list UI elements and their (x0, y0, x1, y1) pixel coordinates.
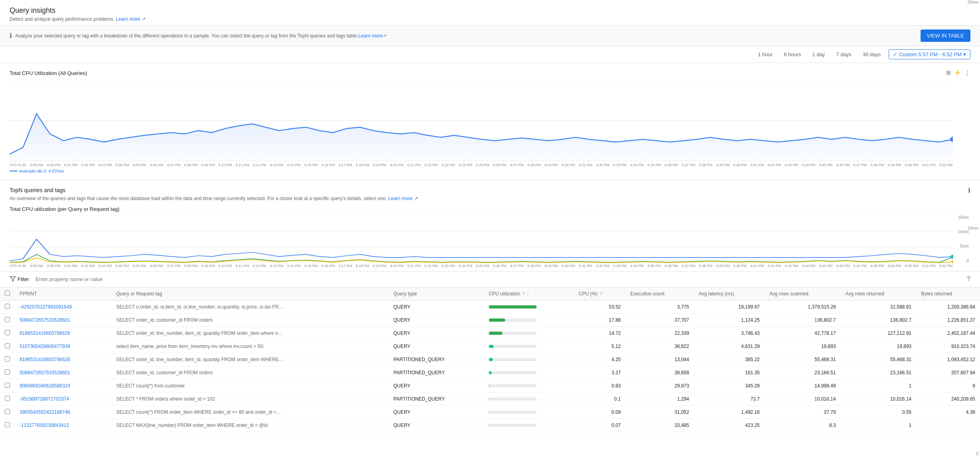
row-cpu-pct-6: 0.83 (574, 379, 626, 392)
fprint-link-8[interactable]: 3905545552422189746 (20, 409, 70, 415)
fprint-link-3[interactable]: 5107300428800477939 (20, 344, 70, 349)
banner-learn-more-link[interactable]: Learn more (358, 33, 383, 39)
row-checkbox-cell (0, 353, 15, 366)
row-fprint: 5098472657533528601 (15, 366, 111, 379)
view-in-table-button[interactable]: VIEW IN TABLE (921, 29, 970, 42)
row-avg-rows-returned-6: 1 (841, 379, 917, 392)
custom-time-selector[interactable]: ✓ Custom 5:57 PM - 6:52 PM ▾ (889, 49, 970, 59)
fprint-link-1[interactable]: 5098472657533528601 (20, 317, 70, 323)
table-row[interactable]: 5107300428800477939 select item_name, pr… (0, 340, 980, 353)
fprint-link-9[interactable]: -113277658235843412 (20, 423, 69, 428)
row-checkbox-6[interactable] (5, 383, 10, 388)
row-checkbox-2[interactable] (5, 330, 10, 335)
query-table: FPRINT Query or Request tag Query type C… (0, 287, 980, 432)
th-cpu-util: CPU utilization ? ↓ (484, 287, 574, 301)
row-query-type-2: QUERY (389, 326, 484, 340)
topn-learn-more-link[interactable]: Learn more (388, 196, 413, 201)
cpu-util-sort-icon[interactable]: ↓ (527, 292, 529, 296)
row-exec-count-2: 22,339 (626, 326, 694, 340)
table-row[interactable]: 8198531416603786626 SELECT order_id, lin… (0, 353, 980, 366)
cpu-bar-fill-4 (489, 358, 493, 361)
row-checkbox-0[interactable] (5, 304, 10, 309)
cpu-bar-fill-5 (489, 371, 492, 374)
table-row[interactable]: 8198531416603786626 SELECT order_id, lin… (0, 326, 980, 340)
table-row[interactable]: -4292570127992091549 SELECT o.order_id, … (0, 300, 980, 313)
filter-input[interactable] (32, 275, 964, 284)
row-checkbox-7[interactable] (5, 396, 10, 401)
table-row[interactable]: -951908728871702374 SELECT * FROM orders… (0, 392, 980, 405)
filter-label-text: Filter (18, 276, 29, 282)
row-exec-count-1: 37,707 (626, 313, 694, 326)
expand-icon[interactable]: ⊞ (946, 69, 951, 77)
time-controls: 1 hour 6 hours 1 day 7 days 30 days ✓ Cu… (0, 46, 980, 63)
row-cpu-pct-8: 0.09 (574, 405, 626, 419)
fprint-link-5[interactable]: 5098472657533528601 (20, 370, 70, 375)
total-cpu-chart-section: Total CPU Utilization (All Queries) ⊞ ⚡ … (0, 63, 980, 180)
row-checkbox-5[interactable] (5, 370, 10, 375)
time-btn-1hour[interactable]: 1 hour (755, 50, 776, 59)
cpu-bar-container-8 (489, 411, 537, 414)
row-avg-latency-0: 19,199.67 (694, 300, 765, 313)
row-checkbox-9[interactable] (5, 422, 10, 427)
row-avg-rows-scanned-6: 14,998.49 (765, 379, 841, 392)
row-query: SELECT * FROM orders where order_id > 10… (111, 392, 389, 405)
row-checkbox-3[interactable] (5, 343, 10, 348)
table-row[interactable]: 3905545552422189746 SELECT count(*) FROM… (0, 405, 980, 419)
cpu-bar-fill-8 (489, 411, 489, 414)
row-checkbox-cell (0, 300, 15, 313)
query-text-2: SELECT order_id, line_number, item_id, q… (116, 330, 284, 336)
svg-point-10 (951, 260, 953, 263)
time-btn-6hours[interactable]: 6 hours (780, 50, 804, 59)
topn-chart-canvas (10, 215, 953, 263)
cpu-bar-fill-2 (489, 332, 502, 335)
chart-options-icon[interactable]: ⚡ (954, 69, 961, 77)
row-checkbox-8[interactable] (5, 409, 10, 414)
topn-chart-x-axis: UTC+5:30 5:59 PM 6:00 PM 6:01 PM 6:02 PM… (10, 264, 970, 268)
fprint-link-0[interactable]: -4292570127992091549 (20, 304, 72, 310)
row-checkbox-1[interactable] (5, 317, 10, 322)
row-query-type-4: PARTITIONED_QUERY (389, 353, 484, 366)
cpu-pct-help-icon[interactable]: ? (600, 291, 602, 296)
fprint-link-6[interactable]: 9080869340618588324 (20, 383, 70, 389)
row-cpu-pct-4: 4.25 (574, 353, 626, 366)
row-checkbox-cell (0, 313, 15, 326)
info-icon: ℹ (10, 32, 12, 39)
query-text-7: SELECT * FROM orders where order_id > 10… (116, 396, 284, 402)
table-row[interactable]: -113277658235843412 SELECT MAX(line_numb… (0, 419, 980, 432)
table-row[interactable]: 5098472657533528601 SELECT order_id, cus… (0, 366, 980, 379)
cpu-bar-fill-0 (489, 305, 537, 309)
table-body: -4292570127992091549 SELECT o.order_id, … (0, 300, 980, 432)
total-cpu-chart-title: Total CPU Utilization (All Queries) ⊞ ⚡ … (10, 69, 970, 77)
row-avg-rows-scanned-3: 19,893 (765, 340, 841, 353)
row-checkbox-cell (0, 340, 15, 353)
th-avg-rows-scanned: Avg rows scanned (765, 287, 841, 301)
select-all-checkbox[interactable] (5, 291, 10, 296)
th-cpu-pct: CPU (%) ? (574, 287, 626, 301)
th-fprint: FPRINT (15, 287, 111, 301)
cpu-bar-fill-3 (489, 345, 494, 348)
row-checkbox-cell (0, 419, 15, 432)
subtitle-learn-more-link[interactable]: Learn more (116, 16, 140, 22)
time-btn-30days[interactable]: 30 days (859, 50, 884, 59)
cpu-util-help-icon[interactable]: ? (522, 291, 525, 296)
row-checkbox-4[interactable] (5, 356, 10, 362)
cpu-bar-container-6 (489, 384, 537, 387)
row-cpu-util-6 (484, 379, 574, 392)
fprint-link-7[interactable]: -951908728871702374 (20, 396, 69, 402)
row-query: SELECT count(*) FROM order_item WHERE or… (111, 405, 389, 419)
row-avg-latency-7: 73.7 (694, 392, 765, 405)
row-avg-latency-6: 345.28 (694, 379, 765, 392)
row-avg-rows-returned-8: 0.55 (841, 405, 917, 419)
table-row[interactable]: 9080869340618588324 SELECT count(*) from… (0, 379, 980, 392)
cpu-bar-container-7 (489, 397, 537, 401)
fprint-link-4[interactable]: 8198531416603786626 (20, 357, 70, 362)
row-avg-latency-3: 4,631.29 (694, 340, 765, 353)
header: Query insights Detect and analyze query … (0, 0, 980, 26)
table-row[interactable]: 5098472657533528601 SELECT order_id, cus… (0, 313, 980, 326)
cpu-bar-container-9 (489, 424, 537, 427)
time-btn-7days[interactable]: 7 days (833, 50, 854, 59)
fprint-link-2[interactable]: 8198531416603786626 (20, 330, 70, 336)
topn-section: TopN queries and tags ℹ An overview of t… (0, 180, 980, 268)
row-cpu-util-3 (484, 340, 574, 353)
time-btn-1day[interactable]: 1 day (809, 50, 828, 59)
